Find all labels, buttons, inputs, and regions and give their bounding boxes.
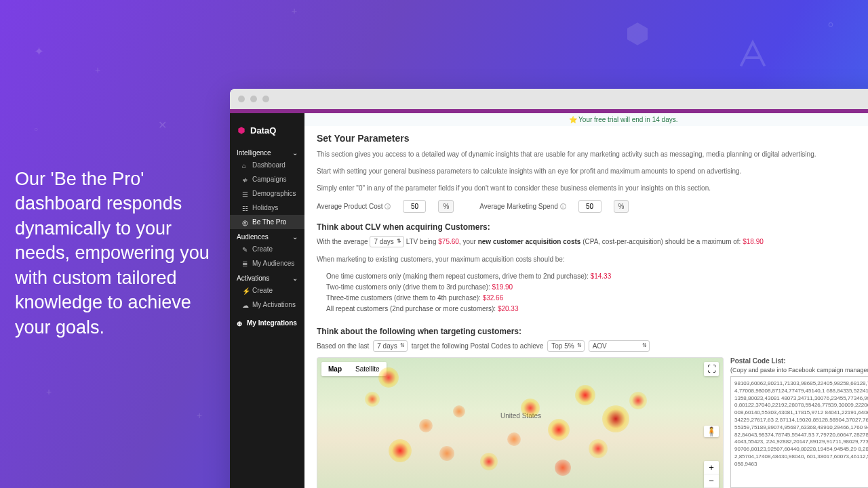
brand-name: DataQ — [250, 125, 276, 136]
zoom-out-button[interactable]: − — [704, 474, 719, 488]
main-content: ⭐ Your free trial will end in 14 days. S… — [304, 113, 868, 488]
sidebar-item-my-audiences[interactable]: ≣My Audiences — [230, 256, 304, 270]
heatmap[interactable]: Map Satellite ⛶ 🧍 + − United States — [317, 357, 724, 488]
sidebar-item-holidays[interactable]: ☷Holidays — [230, 201, 304, 215]
sidebar-item-campaigns[interactable]: ≉Campaigns — [230, 172, 304, 186]
section-heading-clv: Think about CLV when acquiring Customers… — [317, 222, 868, 232]
postal-hint: (Copy and paste into Facebook campaign m… — [730, 367, 868, 373]
map-tab-map[interactable]: Map — [321, 362, 349, 376]
home-icon: ⌂ — [242, 162, 249, 169]
ltv-value: $75.60 — [438, 238, 459, 245]
section-heading-parameters: Set Your Parameters — [317, 133, 868, 144]
params-desc-2: Start with setting your general business… — [317, 166, 868, 176]
targeting-period-select[interactable]: 7 days — [373, 340, 407, 352]
nav-section-activations[interactable]: Activations ⌄ — [230, 270, 304, 283]
targeting-label-2: target the following Postal Codes to ach… — [412, 342, 544, 350]
nav-section-intelligence[interactable]: Intelligence ⌄ — [230, 145, 304, 158]
zoom-controls: + − — [704, 461, 719, 488]
targeting-label-1: Based on the last — [317, 342, 369, 350]
pct-label: % — [614, 200, 629, 213]
browser-window: DataQ Intelligence ⌄ ⌂Dashboard ≉Campaig… — [230, 89, 868, 488]
cloud-icon: ☁ — [242, 302, 249, 308]
list-icon: ≣ — [242, 260, 249, 267]
pegman-icon[interactable]: 🧍 — [704, 426, 719, 437]
targeting-metric-select[interactable]: AOV — [589, 340, 650, 352]
create-icon: ✎ — [242, 246, 249, 253]
close-dot[interactable] — [238, 96, 245, 102]
sidebar-item-demographics[interactable]: ☰Demographics — [230, 186, 304, 201]
browser-chrome — [230, 89, 868, 109]
chevron-down-icon: ⌄ — [292, 233, 298, 241]
info-icon[interactable]: i — [384, 203, 391, 209]
trial-banner: ⭐ Your free trial will end in 14 days. — [304, 113, 868, 126]
tier-list: One time customers only (making them rep… — [326, 271, 868, 314]
pct-label: % — [438, 200, 454, 213]
maximize-dot[interactable] — [262, 96, 269, 102]
sidebar-item-integrations[interactable]: ⊕My Integrations — [230, 316, 304, 330]
sidebar-item-create-activation[interactable]: ⚡Create — [230, 283, 304, 298]
minimize-dot[interactable] — [250, 96, 257, 102]
chevron-down-icon: ⌄ — [292, 149, 298, 157]
holidays-icon: ☷ — [242, 205, 249, 211]
postal-list-title: Postal Code List: — [730, 357, 868, 365]
campaigns-icon: ≉ — [242, 176, 249, 183]
chevron-down-icon: ⌄ — [292, 274, 298, 282]
marketing-tagline: Our 'Be the Pro' dashboard responds dyna… — [15, 167, 218, 340]
info-icon[interactable]: i — [560, 203, 566, 209]
globe-icon: ⊕ — [237, 320, 243, 327]
sidebar-item-create-audience[interactable]: ✎Create — [230, 242, 304, 256]
avg-cost-label: Average Product Cost — [317, 203, 383, 210]
fullscreen-button[interactable]: ⛶ — [704, 362, 719, 376]
logo-icon — [237, 126, 246, 136]
section-heading-targeting: Think about the following when targeting… — [317, 327, 868, 336]
clv-period-select[interactable]: 7 days — [370, 236, 403, 247]
sidebar: DataQ Intelligence ⌄ ⌂Dashboard ≉Campaig… — [230, 113, 304, 488]
targeting-percentile-select[interactable]: Top 5% — [547, 340, 584, 352]
avg-spend-input[interactable] — [578, 200, 601, 213]
existing-intro: When marketing to existing customers, yo… — [317, 254, 868, 264]
target-icon: ◎ — [242, 219, 249, 226]
bolt-icon: ⚡ — [242, 287, 249, 294]
avg-cost-input[interactable] — [403, 200, 426, 213]
params-desc-1: This section gives you access to a detai… — [317, 149, 868, 159]
nav-section-audiences[interactable]: Audiences ⌄ — [230, 229, 304, 242]
params-desc-3: Simply enter "0" in any of the parameter… — [317, 183, 868, 193]
demographics-icon: ☰ — [242, 190, 249, 197]
sidebar-item-dashboard[interactable]: ⌂Dashboard — [230, 158, 304, 172]
postal-codes-textarea[interactable]: 98103,60062,80211,71303,98685,22405,9825… — [730, 376, 868, 488]
map-type-tabs: Map Satellite — [321, 362, 387, 376]
logo[interactable]: DataQ — [230, 120, 304, 145]
avg-spend-label: Average Marketing Spend — [479, 203, 557, 210]
cpa-max-value: $18.90 — [743, 238, 764, 245]
clv-summary-row: With the average 7 days LTV being $75.60… — [317, 236, 868, 247]
zoom-in-button[interactable]: + — [704, 461, 719, 474]
sidebar-item-my-activations[interactable]: ☁My Activations — [230, 298, 304, 312]
sidebar-item-be-the-pro[interactable]: ◎Be The Pro — [230, 215, 304, 229]
